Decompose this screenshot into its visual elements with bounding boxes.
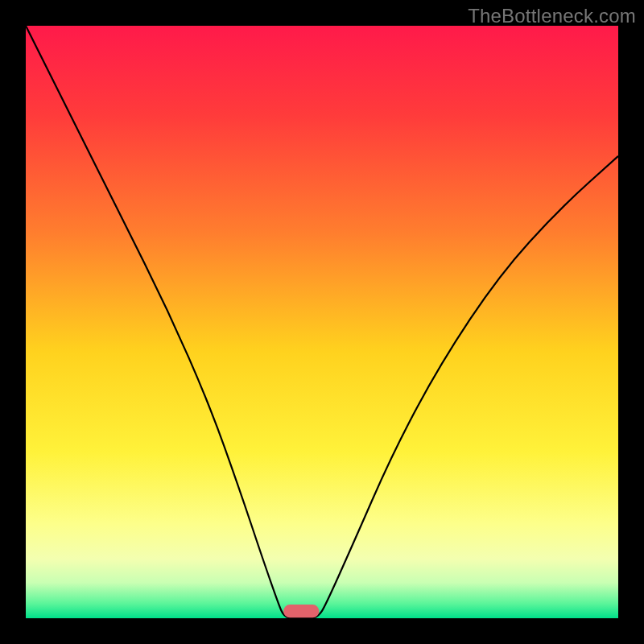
optimal-marker bbox=[283, 605, 319, 617]
watermark-text: TheBottleneck.com bbox=[468, 5, 636, 27]
gradient-background bbox=[26, 26, 618, 618]
plot-frame bbox=[26, 26, 618, 618]
bottleneck-chart bbox=[26, 26, 618, 618]
